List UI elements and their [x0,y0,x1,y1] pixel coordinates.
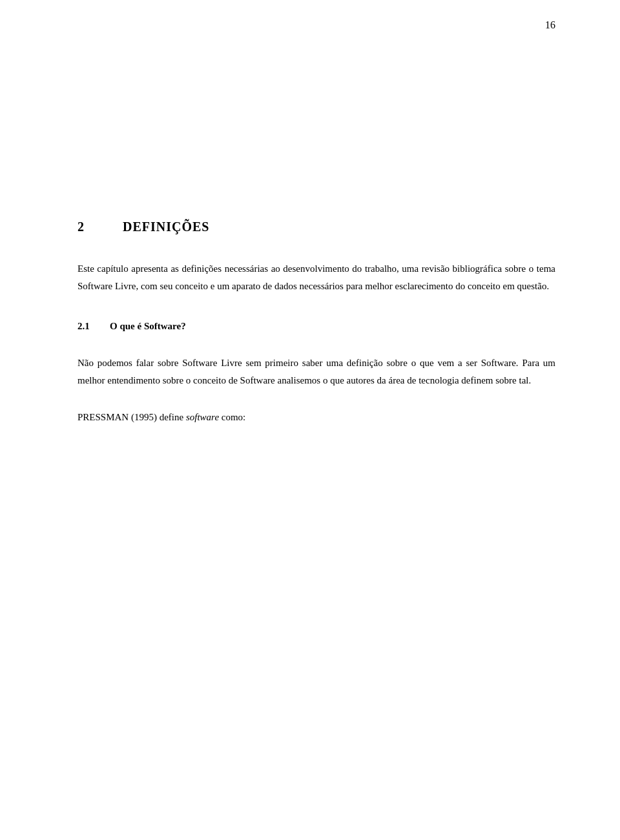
chapter-heading: 2 DEFINIÇÕES [78,220,555,234]
page-number: 16 [545,19,555,31]
top-space [78,39,555,220]
section-title: O que é Software? [110,321,186,332]
section-number: 2.1 [78,321,97,332]
pressman-italic: software [186,412,219,422]
chapter-title: DEFINIÇÕES [123,220,209,234]
section-heading: 2.1 O que é Software? [78,321,555,332]
body-text-1: Não podemos falar sobre Software Livre s… [78,358,555,385]
pressman-text-before: PRESSMAN (1995) define [78,412,186,422]
pressman-line: PRESSMAN (1995) define software como: [78,409,555,426]
body-paragraph-1: Não podemos falar sobre Software Livre s… [78,354,555,389]
page: 16 2 DEFINIÇÕES Este capítulo apresenta … [0,0,620,840]
chapter-number: 2 [78,220,97,234]
pressman-text-after: como: [219,412,245,422]
intro-paragraph: Este capítulo apresenta as definições ne… [78,260,555,295]
